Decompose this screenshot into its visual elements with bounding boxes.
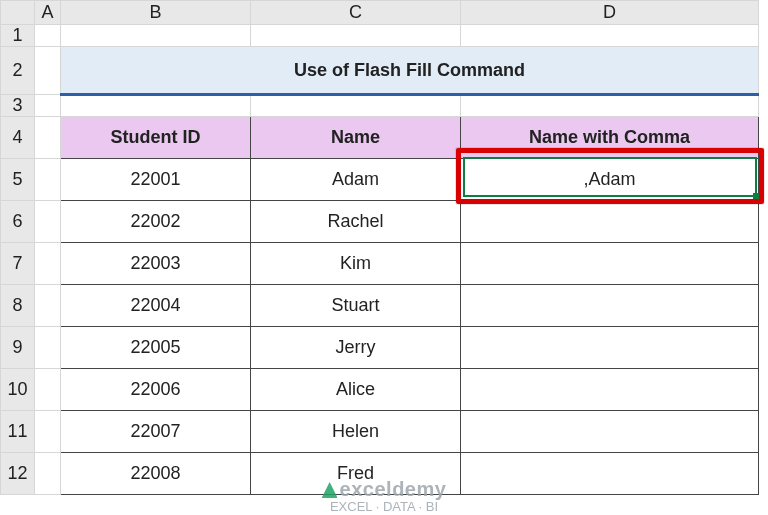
row-header-6[interactable]: 6 (1, 201, 35, 243)
row-header-4[interactable]: 4 (1, 117, 35, 159)
table-row[interactable]: 22002 (61, 201, 251, 243)
cell-A6[interactable] (35, 201, 61, 243)
select-all-corner[interactable] (1, 1, 35, 25)
row-header-1[interactable]: 1 (1, 25, 35, 47)
watermark-brand: exceldemy (340, 478, 447, 500)
cell-A12[interactable] (35, 453, 61, 495)
spreadsheet-grid[interactable]: A B C D 1 2 Use of Flash Fill Command 3 … (0, 0, 759, 495)
header-name-with-comma[interactable]: Name with Comma (461, 117, 759, 159)
row-header-2[interactable]: 2 (1, 47, 35, 95)
col-header-D[interactable]: D (461, 1, 759, 25)
table-row[interactable]: 22007 (61, 411, 251, 453)
col-header-B[interactable]: B (61, 1, 251, 25)
row-header-5[interactable]: 5 (1, 159, 35, 201)
table-row[interactable]: 22006 (61, 369, 251, 411)
cell-C1[interactable] (251, 25, 461, 47)
cell-A7[interactable] (35, 243, 61, 285)
cell-A3[interactable] (35, 95, 61, 117)
cell-A2[interactable] (35, 47, 61, 95)
cell-D1[interactable] (461, 25, 759, 47)
table-row[interactable]: Alice (251, 369, 461, 411)
table-row[interactable]: Helen (251, 411, 461, 453)
cell-A5[interactable] (35, 159, 61, 201)
table-row[interactable]: Adam (251, 159, 461, 201)
row-header-10[interactable]: 10 (1, 369, 35, 411)
table-row[interactable] (461, 411, 759, 453)
cell-D5-selected[interactable]: ,Adam (461, 159, 759, 201)
table-row[interactable] (461, 453, 759, 495)
header-name[interactable]: Name (251, 117, 461, 159)
row-header-11[interactable]: 11 (1, 411, 35, 453)
cell-A9[interactable] (35, 327, 61, 369)
col-header-A[interactable]: A (35, 1, 61, 25)
table-row[interactable] (461, 285, 759, 327)
row-header-12[interactable]: 12 (1, 453, 35, 495)
col-header-C[interactable]: C (251, 1, 461, 25)
header-student-id[interactable]: Student ID (61, 117, 251, 159)
table-row[interactable]: Rachel (251, 201, 461, 243)
table-row[interactable]: 22005 (61, 327, 251, 369)
table-row[interactable] (461, 327, 759, 369)
table-row[interactable]: Kim (251, 243, 461, 285)
logo-icon (322, 482, 338, 498)
cell-A11[interactable] (35, 411, 61, 453)
table-row[interactable]: Stuart (251, 285, 461, 327)
table-row[interactable]: 22008 (61, 453, 251, 495)
table-row[interactable]: 22003 (61, 243, 251, 285)
cell-B3[interactable] (61, 95, 251, 117)
title-cell[interactable]: Use of Flash Fill Command (61, 47, 759, 95)
table-row[interactable] (461, 243, 759, 285)
table-row[interactable]: 22001 (61, 159, 251, 201)
cell-A1[interactable] (35, 25, 61, 47)
row-header-7[interactable]: 7 (1, 243, 35, 285)
cell-A10[interactable] (35, 369, 61, 411)
cell-D3[interactable] (461, 95, 759, 117)
table-row[interactable]: Jerry (251, 327, 461, 369)
row-header-3[interactable]: 3 (1, 95, 35, 117)
cell-A4[interactable] (35, 117, 61, 159)
watermark: exceldemy EXCEL · DATA · BI (322, 478, 447, 514)
row-header-8[interactable]: 8 (1, 285, 35, 327)
cell-A8[interactable] (35, 285, 61, 327)
row-header-9[interactable]: 9 (1, 327, 35, 369)
table-row[interactable] (461, 369, 759, 411)
cell-B1[interactable] (61, 25, 251, 47)
table-row[interactable]: 22004 (61, 285, 251, 327)
watermark-tagline: EXCEL · DATA · BI (322, 500, 447, 514)
cell-C3[interactable] (251, 95, 461, 117)
table-row[interactable] (461, 201, 759, 243)
